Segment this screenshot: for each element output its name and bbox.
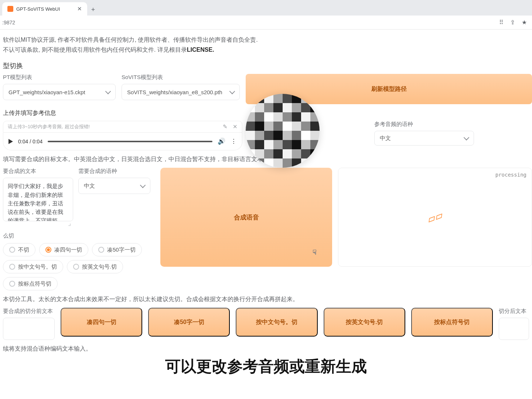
share-icon[interactable]: ⇪ [510, 19, 515, 26]
cursor-icon: ☟ [313, 248, 317, 256]
processing-icon: ▱▱ [425, 209, 445, 226]
cut-pre-input[interactable] [3, 318, 55, 340]
cut-post-label: 切分后文本 [499, 308, 532, 315]
gpt-model-select[interactable]: GPT_weights/xiaoyan-e15.ckpt [3, 84, 116, 100]
sovits-model-label: SoVITS模型列表 [122, 74, 240, 81]
resize-icon[interactable]: ⌟ [3, 219, 73, 227]
cut-btn-2[interactable]: 按中文句号。切 [236, 308, 317, 337]
star-icon[interactable]: ★ [522, 19, 527, 26]
ref-lang-label: 参考音频的语种 [374, 121, 474, 128]
url-text[interactable]: :9872 [2, 20, 499, 25]
disclaimer-text: 软件以MIT协议开源, 作者不对软件具备任何控制力, 使用软件者、传播软件导出的… [3, 35, 532, 55]
cut-btn-1[interactable]: 凑50字一切 [148, 308, 230, 337]
browser-tab-strip: GPT-SoVITS WebUI ✕ + [0, 0, 532, 16]
footer-note: 续将支持混合语种编码文本输入。 [3, 345, 532, 353]
cut-tool-heading: 本切分工具。太长的文本合成出来效果不一定好，所以太长建议先切。合成会根据文本的换… [3, 296, 532, 303]
gpt-model-label: PT模型列表 [3, 74, 116, 81]
synthesize-button[interactable]: 合成语音 ☟ [160, 168, 332, 267]
cut-option-4[interactable]: 按英文句号.切 [67, 260, 123, 273]
close-icon[interactable]: ✕ [77, 6, 82, 12]
play-icon[interactable] [8, 139, 13, 144]
clear-icon[interactable]: ✕ [233, 123, 238, 130]
audio-player[interactable]: 0:04 / 0:04 🔊 ⋮ [3, 133, 242, 150]
audio-upload-header: 请上传3~10秒内参考音频, 超过会报错! ✎ ✕ [3, 121, 242, 133]
cut-mode-label: 么切 [3, 232, 154, 239]
new-tab-button[interactable]: + [87, 4, 99, 16]
translate-icon[interactable]: ⠿ [499, 19, 504, 26]
audio-time: 0:04 / 0:04 [18, 139, 42, 144]
menu-icon[interactable]: ⋮ [231, 137, 237, 145]
cut-post-output [499, 318, 529, 340]
audio-seek[interactable] [48, 141, 212, 142]
cut-option-5[interactable]: 按标点符号切 [3, 277, 58, 290]
target-lang-select[interactable]: 中文 [78, 178, 150, 194]
video-caption: 可以更改参考音频或重新生成 [0, 356, 532, 377]
cut-btn-0[interactable]: 凑四句一切 [61, 308, 142, 337]
cut-mode-group: 不切 凑四句一切 凑50字一切 按中文句号。切 按英文句号.切 按标点符号切 [3, 243, 154, 290]
sovits-model-select[interactable]: SoVITS_weights/xiaoyan_e8_s200.pth [122, 84, 240, 100]
target-text-input[interactable] [3, 178, 73, 221]
edit-icon[interactable]: ✎ [223, 123, 228, 130]
cut-btn-4[interactable]: 按标点符号切 [411, 308, 493, 337]
cut-option-0[interactable]: 不切 [3, 243, 35, 256]
cut-btn-3[interactable]: 按英文句号.切 [324, 308, 405, 337]
tab-title: GPT-SoVITS WebUI [16, 6, 60, 12]
cut-option-3[interactable]: 按中文句号。切 [3, 260, 63, 273]
browser-tab[interactable]: GPT-SoVITS WebUI ✕ [2, 2, 87, 16]
processing-label: processing [495, 172, 526, 178]
address-bar: :9872 ⠿ ⇪ ★ [0, 16, 532, 30]
output-panel: processing ▱▱ [338, 168, 532, 267]
target-text-label: 要合成的文本 [3, 168, 73, 175]
target-lang-label: 需要合成的语种 [78, 168, 150, 175]
cut-pre-label: 要合成的切分前文本 [3, 308, 55, 315]
ref-lang-select[interactable]: 中文 [374, 131, 474, 146]
tab-favicon [7, 6, 13, 12]
cut-option-1[interactable]: 凑四句一切 [39, 243, 88, 256]
volume-icon[interactable]: 🔊 [218, 137, 225, 145]
censored-overlay [246, 94, 320, 168]
cut-option-2[interactable]: 凑50字一切 [92, 243, 142, 256]
model-switch-heading: 型切换 [3, 61, 532, 70]
audio-placeholder: 请上传3~10秒内参考音频, 超过会报错! [8, 123, 90, 130]
